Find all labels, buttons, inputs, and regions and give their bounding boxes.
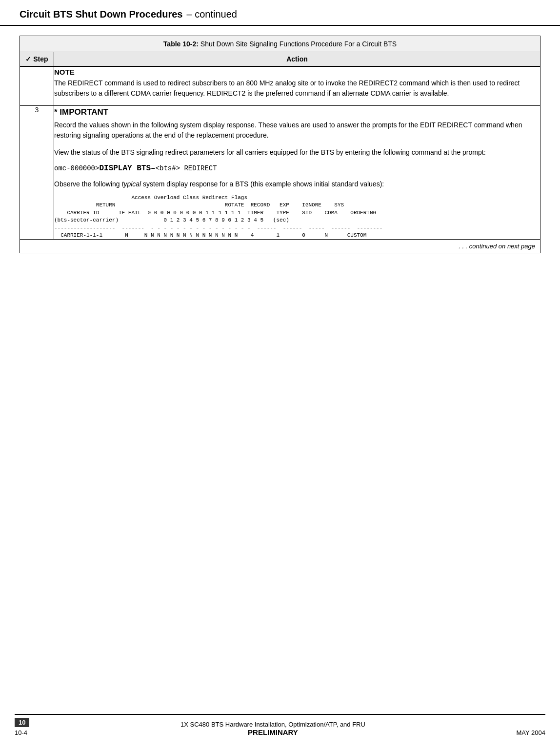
main-content: Table 10-2: Shut Down Site Signaling Fun… <box>0 26 560 273</box>
note-row: NOTE The REDIRECT command is used to red… <box>20 66 540 105</box>
action-col-3: * IMPORTANT Record the values shown in t… <box>54 105 540 240</box>
command-prefix: omc-000000> <box>54 164 99 172</box>
command-line: omc-000000>DISPLAY BTS–<bts#> REDIRECT <box>54 162 540 174</box>
col-step-label: ✓ <box>25 55 31 63</box>
footer-center-prelim: PRELIMINARY <box>39 728 506 736</box>
command-bold: DISPLAY BTS– <box>99 164 155 173</box>
caption-bold: Table 10-2: <box>163 40 199 48</box>
command-suffix: <bts#> REDIRECT <box>156 164 217 172</box>
footer-right: MAY 2004 <box>516 729 545 736</box>
page-wrapper: Circuit BTS Shut Down Procedures – conti… <box>0 0 560 751</box>
col-header-action: Action <box>54 52 540 67</box>
note-section: NOTE The REDIRECT command is used to red… <box>54 67 540 99</box>
footer-center-main: 1X SC480 BTS Hardware Installation, Opti… <box>39 721 506 728</box>
page-header: Circuit BTS Shut Down Procedures – conti… <box>0 0 560 26</box>
note-title: NOTE <box>54 67 540 78</box>
col-header-row: ✓ Step Action <box>20 52 540 67</box>
important-title: * IMPORTANT <box>54 106 540 119</box>
page-footer: 10 10-4 1X SC480 BTS Hardware Installati… <box>0 714 560 736</box>
caption-text: Shut Down Site Signaling Functions Proce… <box>199 40 397 48</box>
observe-text: Observe the following typical system dis… <box>54 179 540 189</box>
table-caption-cell: Table 10-2: Shut Down Site Signaling Fun… <box>20 36 540 52</box>
header-title-bold: Circuit BTS Shut Down Procedures <box>20 9 182 20</box>
important-section: * IMPORTANT Record the values shown in t… <box>54 106 540 141</box>
important-text: Record the values shown in the following… <box>54 120 540 141</box>
step3-row: 3 * IMPORTANT Record the values shown in… <box>20 105 540 240</box>
footer-page-num: 10 <box>15 718 29 727</box>
action-col-note: NOTE The REDIRECT command is used to red… <box>54 66 540 105</box>
continued-row: . . . continued on next page <box>20 240 540 253</box>
continued-cell: . . . continued on next page <box>20 240 540 253</box>
main-table: Table 10-2: Shut Down Site Signaling Fun… <box>20 36 540 253</box>
col-header-step: ✓ Step <box>20 52 54 67</box>
step3-text: View the status of the BTS signaling red… <box>54 147 540 158</box>
terminal-display: Access Overload Class Redirect Flags RET… <box>54 194 540 239</box>
footer-content: 10 10-4 1X SC480 BTS Hardware Installati… <box>0 715 560 736</box>
header-title-normal: – continued <box>186 9 237 20</box>
footer-left: 10 10-4 <box>15 718 29 736</box>
table-caption-row: Table 10-2: Shut Down Site Signaling Fun… <box>20 36 540 52</box>
step-col-note <box>20 66 54 105</box>
footer-page-label: 10-4 <box>15 729 27 736</box>
step-col-3: 3 <box>20 105 54 240</box>
footer-center: 1X SC480 BTS Hardware Installation, Opti… <box>29 721 516 736</box>
observe-italic: typical <box>122 180 141 188</box>
note-text: The REDIRECT command is used to redirect… <box>54 78 540 99</box>
